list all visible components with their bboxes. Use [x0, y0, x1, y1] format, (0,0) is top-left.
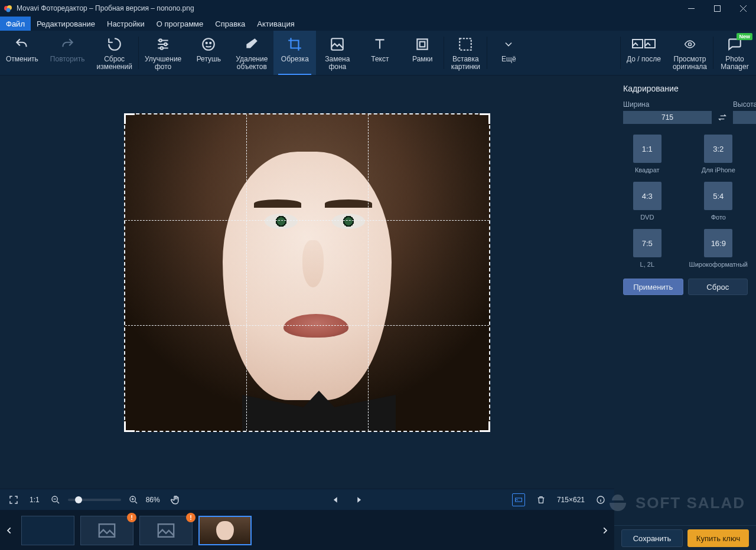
- eraser-icon: [244, 35, 259, 53]
- swap-dims-button[interactable]: [718, 111, 727, 124]
- filmstrip: ! !: [0, 510, 614, 550]
- ratio-5-4[interactable]: 5:4Фото: [689, 182, 748, 221]
- bgswap-icon: [330, 35, 345, 53]
- buy-key-button[interactable]: Купить ключ: [687, 529, 749, 547]
- reset-changes-button[interactable]: Сброс изменений: [90, 31, 138, 75]
- svg-rect-15: [645, 40, 655, 48]
- insert-image-button[interactable]: Вставка картинки: [444, 31, 487, 75]
- svg-point-5: [164, 43, 167, 45]
- frames-icon: [415, 35, 430, 53]
- redo-button[interactable]: Повторить: [44, 31, 91, 75]
- crop-button[interactable]: Обрезка: [273, 31, 316, 75]
- svg-rect-11: [418, 39, 428, 49]
- filmstrip-prev[interactable]: [4, 519, 15, 542]
- statusbar: 1:1 86% 715×621: [0, 489, 614, 510]
- svg-point-8: [206, 42, 207, 44]
- ratio-1-1[interactable]: 1:1Квадрат: [623, 135, 672, 173]
- crop-handle-tr[interactable]: [480, 113, 490, 124]
- prev-image-button[interactable]: [330, 493, 343, 506]
- width-input[interactable]: [623, 111, 712, 124]
- minimize-button[interactable]: [678, 0, 704, 17]
- menu-settings[interactable]: Настройки: [101, 17, 151, 31]
- text-button[interactable]: Текст: [359, 31, 401, 75]
- apply-crop-button[interactable]: Применить: [623, 279, 683, 295]
- redo-icon: [60, 35, 75, 53]
- crop-handle-tl[interactable]: [124, 113, 135, 124]
- reset-icon: [107, 35, 122, 53]
- menu-file[interactable]: Файл: [0, 17, 31, 31]
- ratio-4-3[interactable]: 4:3DVD: [623, 182, 672, 221]
- retouch-button[interactable]: Ретушь: [187, 31, 230, 75]
- svg-point-6: [161, 47, 163, 49]
- titlebar: Movavi Фоторедактор – Пробная версия – n…: [0, 0, 756, 17]
- menu-help[interactable]: Справка: [209, 17, 251, 31]
- menu-about[interactable]: О программе: [151, 17, 210, 31]
- pan-tool-button[interactable]: [170, 493, 183, 506]
- svg-point-9: [210, 42, 211, 44]
- object-removal-button[interactable]: Удаление объектов: [230, 31, 273, 75]
- menubar: Файл Редактирование Настройки О программ…: [0, 17, 756, 31]
- width-label: Ширина: [623, 100, 712, 109]
- filmstrip-next[interactable]: [599, 519, 611, 542]
- menu-activation[interactable]: Активация: [251, 17, 300, 31]
- fit-label[interactable]: 1:1: [30, 496, 40, 504]
- svg-rect-22: [158, 524, 174, 537]
- crop-handle-bl[interactable]: [124, 421, 135, 432]
- crop-icon: [287, 35, 302, 53]
- view-original-button[interactable]: Просмотр оригинала: [667, 31, 713, 75]
- face-icon: [201, 35, 216, 53]
- app-logo-icon: [4, 4, 13, 13]
- photo-manager-button[interactable]: NewPhoto Manager: [713, 31, 756, 75]
- window-title: Movavi Фоторедактор – Пробная версия – n…: [17, 4, 194, 12]
- svg-rect-3: [714, 5, 720, 11]
- insert-image-icon: [458, 35, 473, 53]
- enhance-button[interactable]: Улучшение фото: [139, 31, 187, 75]
- zoom-in-button[interactable]: [127, 493, 140, 506]
- before-after-button[interactable]: До / после: [621, 31, 667, 75]
- svg-rect-13: [460, 38, 472, 50]
- close-button[interactable]: [730, 0, 756, 17]
- frames-button[interactable]: Рамки: [401, 31, 444, 75]
- before-after-icon: [632, 35, 656, 53]
- undo-button[interactable]: Отменить: [0, 31, 44, 75]
- save-button[interactable]: Сохранить: [621, 529, 683, 547]
- image-dimensions: 715×621: [557, 496, 585, 504]
- zoom-slider[interactable]: [68, 499, 121, 501]
- svg-rect-14: [633, 40, 643, 48]
- background-swap-button[interactable]: Замена фона: [316, 31, 359, 75]
- zoom-slider-handle[interactable]: [75, 496, 82, 503]
- panel-title: Кадрирование: [623, 84, 748, 93]
- crop-panel: Кадрирование Ширина Высота 1:1Квадрат 3:…: [614, 76, 756, 550]
- next-image-button[interactable]: [352, 493, 365, 506]
- new-badge: New: [737, 33, 752, 40]
- watermark: SOFT SALAD: [606, 491, 745, 515]
- ratio-16-9[interactable]: 16:9Широкоформатный: [689, 229, 748, 268]
- thumbnail-4[interactable]: [198, 516, 252, 545]
- photo-crop-area[interactable]: [124, 113, 490, 432]
- ratio-7-5[interactable]: 7:5L, 2L: [623, 229, 672, 268]
- delete-button[interactable]: [535, 493, 548, 506]
- svg-point-7: [203, 38, 215, 50]
- compare-toggle[interactable]: [512, 493, 525, 506]
- viewport[interactable]: [0, 76, 614, 489]
- menu-edit[interactable]: Редактирование: [31, 17, 101, 31]
- fullscreen-button[interactable]: [7, 493, 20, 506]
- thumbnail-2[interactable]: !: [80, 516, 133, 545]
- maximize-button[interactable]: [704, 0, 730, 17]
- crop-overlay[interactable]: [124, 113, 490, 432]
- chevron-down-icon: [503, 35, 514, 53]
- toolbar: Отменить Повторить Сброс изменений Улучш…: [0, 31, 756, 76]
- height-label: Высота: [733, 100, 756, 109]
- thumbnail-3[interactable]: !: [139, 516, 193, 545]
- svg-rect-21: [99, 524, 115, 537]
- reset-crop-button[interactable]: Сброс: [688, 279, 748, 295]
- svg-rect-12: [420, 42, 425, 47]
- ratio-3-2[interactable]: 3:2Для iPhone: [689, 135, 748, 173]
- more-button[interactable]: Ещё: [487, 31, 530, 75]
- svg-point-16: [688, 43, 691, 46]
- thumbnail-1[interactable]: [21, 516, 74, 545]
- zoom-out-button[interactable]: [49, 493, 62, 506]
- info-button[interactable]: [594, 493, 607, 506]
- crop-handle-br[interactable]: [480, 421, 490, 432]
- height-input[interactable]: [733, 111, 756, 124]
